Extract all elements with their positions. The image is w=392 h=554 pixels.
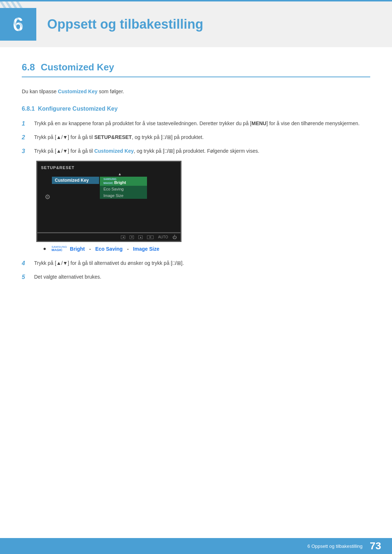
chapter-header: 6 Oppsett og tilbakestilling bbox=[0, 0, 392, 47]
page-footer: 6 Oppsett og tilbakestilling 73 bbox=[0, 538, 392, 554]
up-arrow: ▲ bbox=[63, 172, 177, 176]
nav-left-icon: ◄ bbox=[121, 235, 125, 239]
setup-reset-label: SETUP&RESET bbox=[94, 134, 132, 140]
customized-key-label: Customized Key bbox=[94, 148, 134, 154]
main-content: 6.8 Customized Key Du kan tilpasse Custo… bbox=[0, 62, 392, 308]
monitor-nav-bar: ◄ ▼ ▲ ⊞ AUTO ⏻ bbox=[36, 233, 181, 242]
svg-line-0 bbox=[0, 0, 25, 40]
chapter-title: Oppsett og tilbakestilling bbox=[47, 17, 203, 32]
image-size-option: Image Size bbox=[100, 192, 147, 199]
step-3: 3 Trykk på [▲/▼] for å gå til Customized… bbox=[22, 147, 370, 156]
step-2-number: 2 bbox=[22, 133, 32, 142]
intro-text-before: Du kan tilpasse bbox=[22, 89, 58, 94]
subsection-number: 6.8.1 bbox=[22, 106, 35, 112]
section-number: 6.8 bbox=[22, 62, 35, 73]
nav-down-icon: ▼ bbox=[130, 235, 134, 239]
nav-power-btn: ⏻ bbox=[172, 235, 177, 240]
menu-screen-label: SETUP&RESET bbox=[41, 165, 177, 170]
bright-option-label: Bright bbox=[70, 246, 85, 252]
nav-left-btn: ◄ bbox=[121, 235, 125, 239]
bullet-dot bbox=[44, 248, 46, 250]
separator-1: - bbox=[89, 246, 91, 252]
nav-auto-btn: AUTO bbox=[158, 235, 168, 239]
auto-label: AUTO bbox=[158, 235, 168, 239]
menu-row: Customized Key SAMSUNG MAGIC Bright Eco … bbox=[41, 177, 177, 199]
power-icon: ⏻ bbox=[172, 235, 177, 240]
section-title: Customized Key bbox=[41, 62, 114, 73]
samsung-inline-bottom-text: MAGIC bbox=[52, 249, 67, 252]
nav-up-icon: ▲ bbox=[138, 235, 143, 239]
step-4-number: 4 bbox=[22, 259, 32, 268]
samsung-magic-inline: SAMSUNG MAGIC bbox=[52, 246, 67, 252]
steps-list-2: 4 Trykk på [▲/▼] for å gå til alternativ… bbox=[22, 259, 370, 282]
menu-left: Customized Key bbox=[52, 177, 99, 184]
step-2-content: Trykk på [▲/▼] for å gå til SETUP&RESET,… bbox=[34, 133, 370, 141]
monitor-screenshot: SETUP&RESET ▲ Customized Key SAMSUNG MAG… bbox=[36, 161, 181, 242]
step-1-number: 1 bbox=[22, 119, 32, 128]
options-bullet-line: SAMSUNG MAGIC Bright - Eco Saving - Imag… bbox=[44, 246, 370, 252]
customized-key-menu-item: Customized Key bbox=[52, 177, 99, 184]
intro-paragraph: Du kan tilpasse Customized Key som følge… bbox=[22, 87, 370, 95]
separator-2: - bbox=[127, 246, 129, 252]
step-4: 4 Trykk på [▲/▼] for å gå til alternativ… bbox=[22, 259, 370, 268]
step-1-content: Trykk på en av knappene foran på produkt… bbox=[34, 119, 370, 127]
section-heading: 6.8 Customized Key bbox=[22, 62, 370, 77]
step-3-number: 3 bbox=[22, 147, 32, 156]
step-5-number: 5 bbox=[22, 273, 32, 282]
gear-icon: ⚙ bbox=[45, 193, 50, 201]
step-5-content: Det valgte alternativet brukes. bbox=[34, 273, 370, 281]
subsection-heading: 6.8.1 Konfigurere Customized Key bbox=[22, 106, 370, 112]
footer-chapter-text: 6 Oppsett og tilbakestilling bbox=[307, 543, 363, 549]
nav-enter-icon: ⊞ bbox=[147, 235, 154, 239]
subsection-title: Konfigurere Customized Key bbox=[38, 106, 118, 112]
magic-bright-option: SAMSUNG MAGIC Bright bbox=[100, 177, 147, 186]
nav-enter-btn: ⊞ bbox=[147, 235, 154, 239]
image-size-label: Image Size bbox=[133, 246, 159, 252]
menu-key-label: MENU bbox=[252, 120, 266, 126]
page-number: 73 bbox=[370, 540, 381, 552]
step-4-content: Trykk på [▲/▼] for å gå til alternativet… bbox=[34, 259, 370, 267]
step-1: 1 Trykk på en av knappene foran på produ… bbox=[22, 119, 370, 128]
monitor-screen-body: SETUP&RESET ▲ Customized Key SAMSUNG MAG… bbox=[36, 161, 181, 233]
intro-text-after: som følger. bbox=[98, 89, 124, 94]
intro-bold: Customized Key bbox=[58, 89, 98, 94]
step-3-content: Trykk på [▲/▼] for å gå til Customized K… bbox=[34, 147, 370, 155]
steps-list: 1 Trykk på en av knappene foran på produ… bbox=[22, 119, 370, 156]
menu-right-panel: SAMSUNG MAGIC Bright Eco Saving Image Si… bbox=[100, 177, 147, 199]
eco-saving-label: Eco Saving bbox=[95, 246, 122, 252]
nav-down-btn: ▼ bbox=[130, 235, 134, 239]
eco-saving-option: Eco Saving bbox=[100, 186, 147, 192]
nav-up-btn: ▲ bbox=[138, 235, 143, 239]
step-2: 2 Trykk på [▲/▼] for å gå til SETUP&RESE… bbox=[22, 133, 370, 142]
step-5: 5 Det valgte alternativet brukes. bbox=[22, 273, 370, 282]
